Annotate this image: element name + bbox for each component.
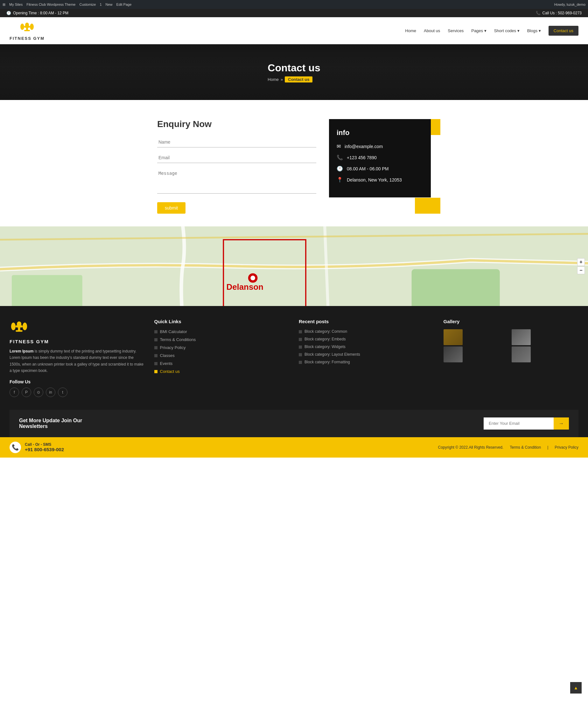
logo-text: FITNESS GYM <box>9 36 45 41</box>
bullet-icon <box>299 353 302 356</box>
gallery-title: Gallery <box>444 319 579 324</box>
footer-logo-icon <box>9 319 145 337</box>
post-2[interactable]: Block category: Embeds <box>299 337 434 341</box>
separator: | <box>547 445 548 450</box>
bullet-icon <box>154 338 158 341</box>
gallery-thumb-3[interactable] <box>444 346 463 362</box>
email-value: info@example.com <box>344 144 383 149</box>
bottom-left: 📞 Call - Or - SMS +91 800-6539-002 <box>9 442 64 453</box>
post-3[interactable]: Block category: Widgets <box>299 344 434 349</box>
main-content: Enquiry Now submit info ✉ <box>151 106 437 226</box>
link-bmi[interactable]: BMI Calculator <box>154 329 290 334</box>
svg-rect-9 <box>12 275 82 306</box>
svg-point-12 <box>250 276 255 281</box>
customize-link[interactable]: Customize <box>79 3 96 6</box>
map-controls[interactable]: + − <box>577 258 585 274</box>
gallery-grid <box>444 329 579 362</box>
copyright-text: Copyright © 2022.All Rights Reserved. <box>438 445 504 450</box>
nav-contact[interactable]: Contact us <box>549 26 579 36</box>
nav-home[interactable]: Home <box>405 28 416 33</box>
email-input[interactable] <box>157 153 316 163</box>
svg-rect-5 <box>24 30 30 31</box>
link-contact-label: Contact us <box>160 369 180 374</box>
instagram-icon[interactable]: ⊙ <box>34 387 43 397</box>
submit-button[interactable]: submit <box>157 202 186 214</box>
gallery-thumb-2[interactable] <box>512 329 531 345</box>
terms-link[interactable]: Terms & Condition <box>510 445 541 450</box>
newsletter-submit-button[interactable]: → <box>554 417 569 430</box>
link-privacy[interactable]: Privacy Policy <box>154 345 290 350</box>
enquiry-title: Enquiry Now <box>157 119 316 129</box>
edit-page-link[interactable]: Edit Page <box>117 3 132 6</box>
top-bar: 🕐 Opening Time : 8:00 AM - 12 PM 📞 Call … <box>0 9 588 17</box>
admin-bar: ⊞ My Sites Fitness Club Wordpress Theme … <box>0 0 588 9</box>
phone-icon-info: 📞 <box>337 155 343 160</box>
facebook-icon[interactable]: f <box>9 387 19 397</box>
post-1[interactable]: Block category: Common <box>299 329 434 334</box>
info-container: info ✉ info@example.com 📞 +123 456 7890 … <box>329 119 431 214</box>
map-zoom-in[interactable]: + <box>577 258 585 266</box>
post-4[interactable]: Block category: Layout Elements <box>299 352 434 357</box>
header: FITNESS GYM Home About us Services Pages… <box>0 17 588 44</box>
link-events[interactable]: Events <box>154 361 290 366</box>
message-textarea[interactable] <box>157 168 316 194</box>
footer-about: FITNESS GYM Lorem Ipsum is simply dummy … <box>9 319 145 397</box>
page-title: Contact us <box>268 62 320 74</box>
nav-services[interactable]: Services <box>448 28 464 33</box>
link-terms[interactable]: Terms & Conditions <box>154 337 290 342</box>
svg-point-3 <box>25 23 29 27</box>
svg-rect-19 <box>16 330 23 332</box>
quick-links-title: Quick Links <box>154 319 290 324</box>
newsletter-line2: Newsletters <box>19 423 48 429</box>
wp-icon[interactable]: ⊞ <box>3 3 5 7</box>
footer-recent-posts: Recent posts Block category: Common Bloc… <box>299 319 434 397</box>
phone-circle-icon: 📞 <box>9 442 21 453</box>
bullet-icon <box>299 330 302 333</box>
info-phone: 📞 +123 456 7890 <box>337 155 423 160</box>
chevron-down-icon-2: ▾ <box>517 28 520 33</box>
bullet-icon <box>154 354 158 357</box>
post-5-label: Block category: Formatting <box>304 360 350 364</box>
newsletter-text: Get More Update Join Our Newsletters <box>19 418 82 429</box>
svg-point-0 <box>20 24 24 30</box>
gallery-thumb-4[interactable] <box>512 346 531 362</box>
opening-text: Opening Time : 8:00 AM - 12 PM <box>13 11 68 15</box>
new-link[interactable]: New <box>106 3 113 6</box>
name-field-group <box>157 137 316 147</box>
enquiry-section: Enquiry Now submit <box>157 119 316 214</box>
post-2-label: Block category: Embeds <box>304 337 345 341</box>
map-section[interactable]: Delanson + − <box>0 226 588 306</box>
theme-link[interactable]: Fitness Club Wordpress Theme <box>26 3 76 6</box>
yellow-accent-bottom <box>415 198 440 214</box>
map-zoom-out[interactable]: − <box>577 266 585 274</box>
link-privacy-label: Privacy Policy <box>160 345 186 350</box>
nav-blogs[interactable]: Blogs ▾ <box>527 28 541 33</box>
main-nav: Home About us Services Pages ▾ Short cod… <box>405 26 579 36</box>
linkedin-icon[interactable]: in <box>46 387 55 397</box>
logo[interactable]: FITNESS GYM <box>9 20 45 41</box>
breadcrumb-home[interactable]: Home <box>268 77 279 82</box>
nav-about[interactable]: About us <box>424 28 440 33</box>
link-contact[interactable]: Contact us <box>154 369 290 374</box>
comments-link[interactable]: 1 <box>100 3 102 6</box>
pinterest-icon[interactable]: P <box>22 387 31 397</box>
my-sites-link[interactable]: My Sites <box>9 3 23 6</box>
newsletter-bar: Get More Update Join Our Newsletters → <box>9 410 579 437</box>
bottom-right: Copyright © 2022.All Rights Reserved. Te… <box>438 445 579 450</box>
twitter-icon[interactable]: t <box>58 387 67 397</box>
chevron-down-icon-3: ▾ <box>539 28 541 33</box>
nav-short-codes[interactable]: Short codes ▾ <box>494 28 520 33</box>
name-input[interactable] <box>157 137 316 147</box>
gallery-thumb-1[interactable] <box>444 329 463 345</box>
bullet-icon <box>299 345 302 349</box>
nav-pages[interactable]: Pages ▾ <box>471 28 486 33</box>
newsletter-email-input[interactable] <box>484 417 554 430</box>
link-classes[interactable]: Classes <box>154 353 290 358</box>
recent-posts-title: Recent posts <box>299 319 434 324</box>
admin-user: Howdy, luzuk_demo <box>554 3 585 6</box>
info-title: info <box>337 128 423 137</box>
post-5[interactable]: Block category: Formatting <box>299 360 434 364</box>
link-bmi-label: BMI Calculator <box>160 329 187 334</box>
bottom-bar: 📞 Call - Or - SMS +91 800-6539-002 Copyr… <box>0 437 588 458</box>
privacy-link[interactable]: Privacy Policy <box>554 445 579 450</box>
